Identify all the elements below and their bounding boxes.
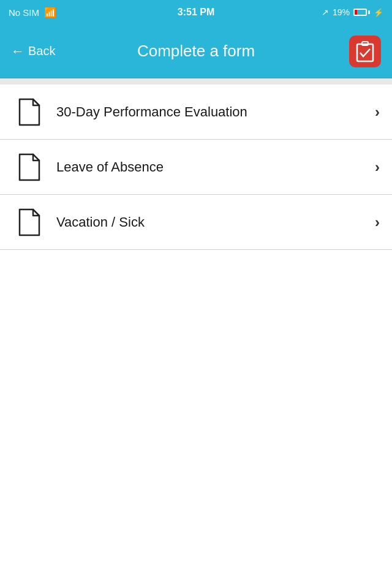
battery-percent: 19% (333, 7, 350, 17)
status-bar: No SIM 📶 3:51 PM ↗ 19% ⚡ (0, 0, 392, 24)
form-label: Vacation / Sick (56, 214, 369, 231)
status-right: ↗ 19% ⚡ (322, 7, 383, 17)
list-item[interactable]: 30-Day Performance Evaluation › (0, 85, 392, 140)
status-time: 3:51 PM (178, 7, 214, 18)
form-icon (12, 151, 44, 183)
logo-icon (354, 40, 376, 62)
form-list: 30-Day Performance Evaluation › Leave of… (0, 85, 392, 250)
nav-bar: ← Back Complete a form (0, 24, 392, 78)
status-left: No SIM 📶 (9, 7, 56, 18)
form-icon (12, 206, 44, 238)
app-logo (349, 36, 381, 67)
svg-rect-0 (357, 44, 373, 61)
chevron-right-icon: › (375, 159, 380, 176)
form-icon (12, 96, 44, 128)
battery-icon (353, 9, 370, 16)
location-icon: ↗ (322, 7, 329, 17)
form-label: 30-Day Performance Evaluation (56, 104, 369, 121)
form-label: Leave of Absence (56, 159, 369, 176)
back-button[interactable]: ← Back (11, 43, 55, 59)
back-arrow-icon: ← (11, 43, 24, 59)
carrier-label: No SIM (9, 7, 39, 18)
back-label: Back (28, 44, 55, 58)
list-item[interactable]: Leave of Absence › (0, 140, 392, 195)
nav-separator (0, 78, 392, 85)
chevron-right-icon: › (375, 214, 380, 231)
charging-icon: ⚡ (374, 8, 383, 17)
chevron-right-icon: › (375, 104, 380, 121)
list-item[interactable]: Vacation / Sick › (0, 195, 392, 250)
page-title: Complete a form (137, 42, 255, 61)
wifi-icon: 📶 (44, 7, 56, 18)
